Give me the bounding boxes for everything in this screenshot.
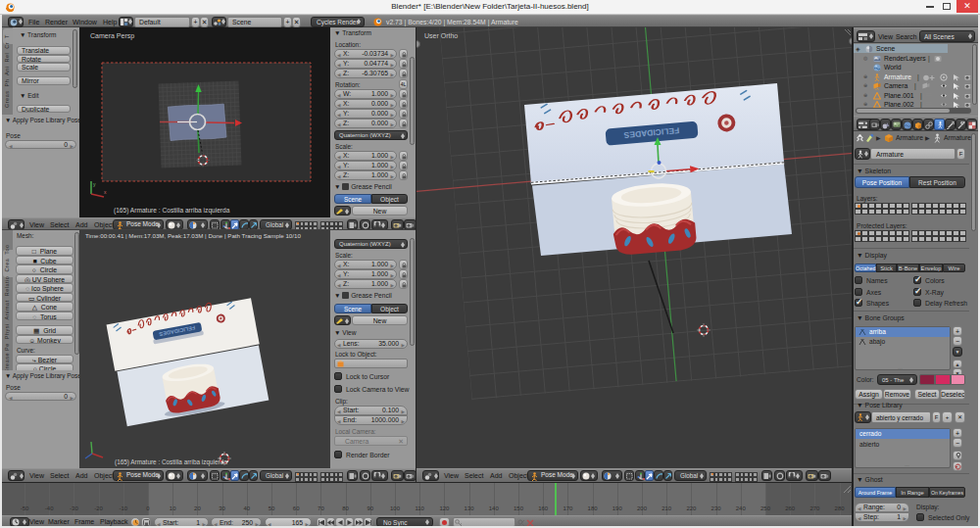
svg-text:x: x (104, 189, 107, 195)
svg-text:(165) Armature : Costilla arri: (165) Armature : Costilla arriba izquier… (114, 207, 230, 215)
svg-text:Time:00:00.41 | Mem:17.03M, Pe: Time:00:00.41 | Mem:17.03M, Peak:17.03M … (85, 232, 301, 239)
svg-text:(165) Armature : Costilla arri: (165) Armature : Costilla arriba izquier… (115, 458, 227, 466)
svg-text:Camera Persp: Camera Persp (90, 32, 134, 40)
svg-text:y: y (93, 181, 96, 187)
svg-text:User Ortho: User Ortho (424, 32, 458, 39)
